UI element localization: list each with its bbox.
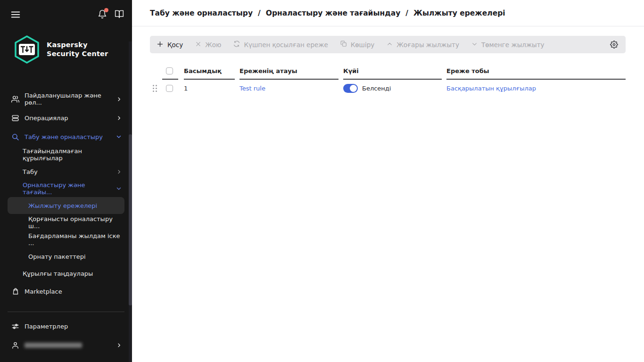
column-header-priority[interactable]: Басымдық xyxy=(184,66,235,80)
sidebar-item-deployment-assignment[interactable]: Орналастыру және тағайы... xyxy=(0,180,132,197)
sidebar-item-settings[interactable]: Параметрлер xyxy=(0,317,132,336)
sidebar-item-label: Табу және орналастыру xyxy=(25,133,103,140)
sidebar-item-label: Параметрлер xyxy=(25,323,68,330)
sidebar-item-label: Marketplace xyxy=(25,288,62,295)
row-drag-cell xyxy=(150,80,157,97)
sidebar-item-account[interactable] xyxy=(0,336,132,354)
sidebar-header xyxy=(0,0,132,30)
sidebar-header-icons xyxy=(97,9,124,20)
sidebar-item-marketplace[interactable]: Marketplace xyxy=(0,282,132,301)
hamburger-menu-icon[interactable] xyxy=(9,9,22,21)
breadcrumb-separator: / xyxy=(405,9,408,17)
row-checkbox[interactable] xyxy=(166,85,173,92)
breadcrumb-separator: / xyxy=(258,9,261,17)
copy-rule-button[interactable]: Көшіру xyxy=(340,41,375,49)
column-header-rule-name[interactable]: Ереженің атауы xyxy=(239,66,339,80)
rule-group-link[interactable]: Басқарылатын құрылғылар xyxy=(446,85,536,92)
sidebar-item-label: Құрылғы таңдаулары xyxy=(23,270,93,277)
sidebar-item-label: Табу xyxy=(23,168,38,175)
logo-line2: Security Center xyxy=(47,49,108,58)
sidebar-item-device-selections[interactable]: Құрылғы таңдаулары xyxy=(0,265,132,282)
chevron-down-icon xyxy=(471,41,478,49)
force-rule-button[interactable]: Күшпен қосылған ереже xyxy=(233,41,328,49)
sidebar-item-label: Бағдарламаны жылдам іске ... xyxy=(28,232,122,247)
chevron-right-icon xyxy=(116,97,122,102)
account-name-redacted xyxy=(25,343,82,348)
breadcrumb: Табу және орналастыру / Орналастыру және… xyxy=(150,9,505,17)
sliders-icon xyxy=(11,322,19,330)
sidebar-nav: Пайдаланушылар және рөл... Операциялар Т… xyxy=(0,90,132,301)
table-settings-gear-icon[interactable] xyxy=(610,41,618,49)
logo-line1: Kaspersky xyxy=(47,41,108,49)
move-down-button[interactable]: Төменге жылжыту xyxy=(471,41,545,49)
app-root: Kaspersky Security Center Пайдаланушылар… xyxy=(0,0,644,362)
users-icon xyxy=(11,95,19,103)
chevron-right-icon xyxy=(116,343,122,348)
sidebar: Kaspersky Security Center Пайдаланушылар… xyxy=(0,0,132,362)
toolbar: Қосу Жою Күшпен қосылған ереже Көшіру Жо… xyxy=(150,36,626,53)
chevron-down-icon xyxy=(116,186,122,191)
breadcrumb-item-deployment-assignment[interactable]: Орналастыру және тағайындау xyxy=(266,9,401,17)
row-checkbox-cell xyxy=(162,80,179,97)
copy-icon xyxy=(340,41,347,49)
sidebar-item-operations[interactable]: Операциялар xyxy=(0,108,132,127)
move-up-button[interactable]: Жоғары жылжыту xyxy=(387,41,459,49)
breadcrumb-item-moving-rules: Жылжыту ережелері xyxy=(413,9,505,17)
rules-table: Басымдық Ереженің атауы Күйі Ереже тобы … xyxy=(150,66,626,97)
logo-text: Kaspersky Security Center xyxy=(47,41,108,58)
chevron-right-icon xyxy=(116,115,122,121)
refresh-icon xyxy=(233,41,240,49)
add-rule-button[interactable]: Қосу xyxy=(157,41,183,49)
select-all-checkbox[interactable] xyxy=(166,67,173,74)
notification-bell-icon[interactable] xyxy=(97,9,107,20)
delete-rule-button[interactable]: Жою xyxy=(195,41,221,49)
chevron-up-icon xyxy=(387,41,393,49)
sidebar-item-moving-rules[interactable]: Жылжыту ережелері xyxy=(8,197,124,214)
sidebar-item-discovery[interactable]: Табу xyxy=(0,163,132,180)
sidebar-item-label: Пайдаланушылар және рөл... xyxy=(25,92,116,106)
main-content: Табу және орналастыру / Орналастыру және… xyxy=(132,0,644,362)
sidebar-item-label: Жылжыту ережелері xyxy=(28,202,97,209)
priority-cell: 1 xyxy=(184,80,235,97)
sidebar-item-label: Қорғанысты орналастыру ш... xyxy=(28,215,122,230)
column-header-rule-group[interactable]: Ереже тобы xyxy=(446,66,626,80)
sidebar-item-users-roles[interactable]: Пайдаланушылар және рөл... xyxy=(0,90,132,108)
page-header: Табу және орналастыру / Орналастыру және… xyxy=(132,0,644,26)
breadcrumb-item-discovery-deployment[interactable]: Табу және орналастыру xyxy=(150,9,253,17)
status-toggle[interactable] xyxy=(343,84,358,93)
toggle-knob xyxy=(350,85,357,92)
select-all-header-cell xyxy=(162,66,178,80)
sidebar-item-label: Операциялар xyxy=(25,115,68,122)
column-header-status[interactable]: Күйі xyxy=(343,66,442,80)
layers-icon xyxy=(11,114,19,122)
sidebar-item-discovery-deployment[interactable]: Табу және орналастыру xyxy=(0,127,132,146)
close-x-icon xyxy=(195,41,201,49)
status-cell: Белсенді xyxy=(343,80,442,97)
chevron-down-icon xyxy=(116,134,122,140)
rule-group-cell: Басқарылатын құрылғылар xyxy=(446,80,626,97)
sidebar-item-unassigned-devices[interactable]: Тағайындалмаған құрылғылар xyxy=(0,146,132,163)
notification-red-dot xyxy=(104,8,108,12)
sidebar-scrollbar-thumb[interactable] xyxy=(129,134,132,305)
search-icon xyxy=(11,133,19,141)
sidebar-item-label: Тағайындалмаған құрылғылар xyxy=(23,148,122,162)
sidebar-item-label: Орнату пакеттері xyxy=(28,253,86,260)
chevron-right-icon xyxy=(116,169,122,174)
rule-name-cell: Test rule xyxy=(239,80,339,97)
rule-name-link[interactable]: Test rule xyxy=(239,85,265,92)
sidebar-item-label: Орналастыру және тағайы... xyxy=(23,181,116,196)
sidebar-item-quick-start[interactable]: Бағдарламаны жылдам іске ... xyxy=(0,231,132,248)
plus-icon xyxy=(157,41,164,49)
shopping-bag-icon xyxy=(11,288,19,296)
sidebar-item-installation-packages[interactable]: Орнату пакеттері xyxy=(0,248,132,265)
user-icon xyxy=(11,341,19,349)
sidebar-item-protection-deployment[interactable]: Қорғанысты орналастыру ш... xyxy=(0,214,132,231)
sidebar-footer: Параметрлер xyxy=(0,312,132,354)
drag-handle-icon[interactable] xyxy=(150,85,157,92)
drag-column-header xyxy=(150,66,157,80)
kaspersky-hexagon-icon xyxy=(13,35,41,64)
kaspersky-logo: Kaspersky Security Center xyxy=(13,35,108,64)
sidebar-divider xyxy=(8,312,124,312)
status-label: Белсенді xyxy=(362,85,391,92)
documentation-book-icon[interactable] xyxy=(114,9,124,20)
